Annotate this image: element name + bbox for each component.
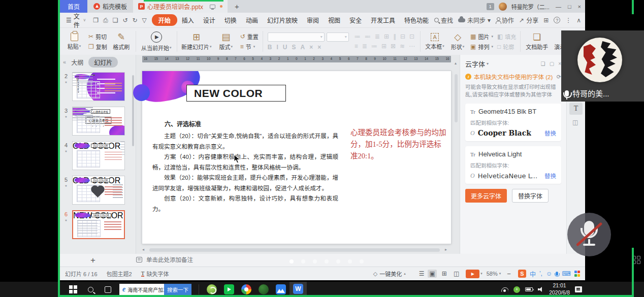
- scroll-left-icon[interactable]: ◂: [142, 247, 144, 252]
- fill-button[interactable]: ◧填充: [497, 32, 516, 41]
- tab-document[interactable]: P 心理委员培训会.pptx: [133, 0, 228, 13]
- paragraph-button[interactable]: ≣: [375, 33, 380, 40]
- beautify-button[interactable]: ◇ 一键美化 ▴: [373, 270, 406, 278]
- sync-status[interactable]: 未同步▾: [458, 16, 491, 24]
- maximize-button[interactable]: □: [568, 4, 571, 10]
- chevron-down-icon[interactable]: ▾: [480, 272, 482, 276]
- paragraph-button[interactable]: ≔: [355, 33, 361, 40]
- view-normal-button[interactable]: ▣: [428, 270, 436, 278]
- quick-icon[interactable]: ↻: [133, 17, 138, 24]
- minimize-button[interactable]: —: [556, 4, 561, 10]
- paragraph-button[interactable]: ≣: [362, 43, 367, 50]
- more-menu-icon[interactable]: ⋮: [565, 17, 571, 24]
- action-center-icon[interactable]: [575, 286, 582, 292]
- layout-button[interactable]: ▤ 版式▾: [214, 29, 238, 53]
- cut-button[interactable]: ✂剪切: [88, 32, 107, 41]
- menu-item[interactable]: 设计: [199, 15, 220, 25]
- add-shortcut-icon[interactable]: ⊞: [543, 17, 549, 24]
- replace-link[interactable]: 替换: [544, 129, 556, 137]
- font-family-select[interactable]: ▾: [268, 32, 325, 42]
- tab-slides[interactable]: 幻灯片: [88, 57, 118, 68]
- tab-home[interactable]: 首页: [60, 0, 87, 13]
- slide-red-note[interactable]: 心理委员班会考核参与的均加分，加1-5分，比例为评选标准20:1。: [350, 127, 447, 162]
- slide-canvas[interactable]: NEW COLOR 六、评选标准 主题（20）：切合“关爱生命,悦纳自我”，适合…: [142, 71, 451, 244]
- format-button[interactable]: U: [283, 44, 287, 51]
- add-slide-button[interactable]: +: [90, 254, 95, 267]
- ime-skin-icon[interactable]: [574, 271, 581, 277]
- doc-helper-button[interactable]: ❏ 文档助手: [523, 29, 551, 53]
- antivirus-tray-icon[interactable]: +: [513, 286, 520, 293]
- mute-mic-button[interactable]: [567, 213, 611, 256]
- quick-icon[interactable]: ❏: [113, 17, 118, 24]
- menu-item[interactable]: 开发工具: [366, 15, 400, 25]
- notes-placeholder[interactable]: 单击此处添加备注: [146, 254, 193, 267]
- format-button[interactable]: S: [292, 44, 296, 51]
- textbox-button[interactable]: A 文本框▾: [423, 29, 447, 53]
- scroll-up-icon[interactable]: ▴: [455, 61, 457, 65]
- slide-thumbnail-row[interactable]: 3 ★ 心理委员考核 • • • •: [60, 107, 136, 136]
- view-reading-button[interactable]: ◫: [452, 270, 461, 278]
- scroll-right-icon[interactable]: ▸: [445, 247, 447, 252]
- pin-icon[interactable]: ▢: [550, 61, 554, 67]
- chevron-down-icon[interactable]: ▾: [499, 272, 501, 276]
- wifi-icon[interactable]: [501, 287, 508, 292]
- section-button[interactable]: ≡节▾: [240, 43, 259, 51]
- slide-title-box[interactable]: NEW COLOR: [186, 85, 286, 102]
- file-menu[interactable]: ☰ 文件 ∨: [64, 12, 88, 29]
- share-button[interactable]: ↗分享: [519, 16, 538, 24]
- format-painter-button[interactable]: ✎ 格式刷: [109, 29, 134, 53]
- paragraph-button[interactable]: ⊡: [409, 33, 414, 40]
- avatar[interactable]: [499, 3, 507, 11]
- format-button[interactable]: A: [301, 44, 305, 51]
- tab-template[interactable]: 稻壳模板: [87, 0, 133, 13]
- menu-item[interactable]: 开始: [152, 14, 177, 26]
- slide-thumbnail-row[interactable]: 2 ★ CONTENT: [60, 72, 136, 101]
- tab-outline[interactable]: 大纲: [71, 58, 83, 67]
- zoom-out-button[interactable]: −: [507, 270, 511, 278]
- panel-scrollbar[interactable]: [132, 75, 134, 146]
- close-button[interactable]: ×: [578, 4, 581, 10]
- sogou-logo-icon[interactable]: S: [518, 270, 526, 278]
- speaker-icon[interactable]: [538, 287, 544, 292]
- slide-thumbnail[interactable]: OLD COLOR OLD COLOR: [72, 176, 125, 205]
- ie-search-button[interactable]: 搜索一下: [164, 284, 191, 295]
- paragraph-button[interactable]: ⊞: [381, 43, 387, 50]
- menu-item[interactable]: 视图: [324, 15, 345, 25]
- menu-item[interactable]: 特色功能: [400, 15, 433, 25]
- message-badge[interactable]: 1: [487, 3, 494, 10]
- format-button[interactable]: B: [268, 44, 272, 51]
- format-button[interactable]: ×: [309, 44, 313, 51]
- refresh-icon[interactable]: ⟳: [557, 74, 561, 80]
- slide-thumbnail-row[interactable]: 4 ★ OLD COLOR: [60, 141, 136, 170]
- theme-name[interactable]: 包图主题2: [107, 270, 132, 278]
- comment-icon[interactable]: ❑: [541, 61, 545, 67]
- ime-emoji-icon[interactable]: ☺: [546, 270, 552, 277]
- battery-icon[interactable]: [525, 287, 533, 291]
- paragraph-button[interactable]: ≕: [365, 33, 371, 40]
- new-slide-button[interactable]: ⊞ 新建幻灯片▾: [179, 29, 214, 53]
- horizontal-scrollbar[interactable]: ◂ ▸: [142, 248, 451, 252]
- quick-icon[interactable]: ↺: [122, 17, 127, 24]
- ime-punct-icon[interactable]: ’,: [539, 270, 542, 277]
- quick-icon[interactable]: ⎙: [103, 17, 108, 24]
- collapse-panel-icon[interactable]: «: [63, 59, 66, 65]
- menu-item[interactable]: 幻灯片放映: [263, 15, 302, 25]
- picture-button[interactable]: ▦图片▾: [470, 32, 493, 41]
- slideshow-play-button[interactable]: ▶: [466, 270, 479, 278]
- object-tool-icon[interactable]: ◫: [572, 119, 578, 126]
- clock[interactable]: 21:01 2020/6/8: [549, 282, 570, 296]
- menu-item[interactable]: 动画: [241, 15, 263, 25]
- arrange-button[interactable]: ▣排列▾: [470, 43, 493, 51]
- slide-thumbnail[interactable]: NEW COLOR NEW COLOR: [72, 210, 125, 239]
- chevron-down-icon[interactable]: ▾: [487, 61, 489, 66]
- paragraph-button[interactable]: ⊠: [391, 43, 396, 50]
- more-cloud-fonts-button[interactable]: 更多云字体: [465, 189, 507, 203]
- missing-fonts-status[interactable]: T 缺失字体: [141, 270, 169, 278]
- vertical-scrollbar[interactable]: ▴: [455, 63, 458, 246]
- menu-item[interactable]: 审阅: [302, 15, 324, 25]
- slide-body-text[interactable]: 六、评选标准 主题（20）：切合“关爱生命,悦纳自我”，适合以班会的形式开展，具…: [152, 119, 338, 214]
- slide-thumbnail[interactable]: 心理委员考核 • • • • 心理委员考核: [72, 107, 125, 136]
- menu-item[interactable]: 插入: [177, 15, 199, 25]
- ie-search-box[interactable]: e 海南不是房产加工厂 搜索一下: [119, 284, 191, 295]
- font-size-select[interactable]: ▾: [327, 32, 349, 42]
